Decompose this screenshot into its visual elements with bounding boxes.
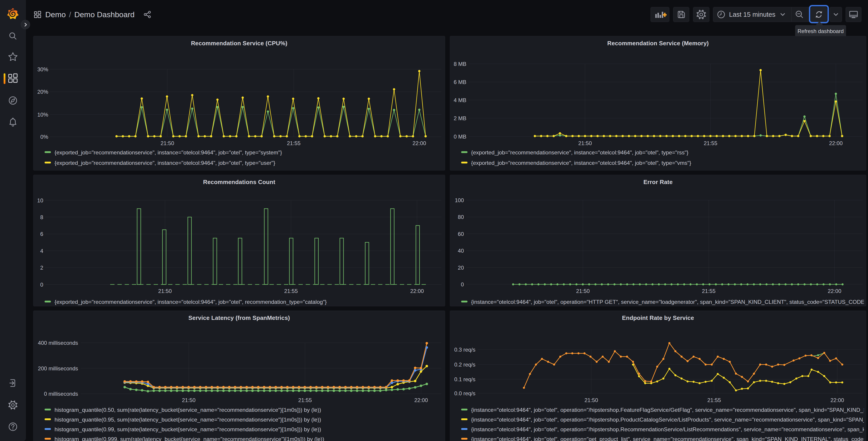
svg-text:8 MB: 8 MB [454, 61, 466, 67]
svg-text:0 milliseconds: 0 milliseconds [44, 391, 78, 397]
svg-text:21:50: 21:50 [585, 397, 598, 403]
svg-text:10%: 10% [37, 112, 48, 118]
svg-text:0.2 req/s: 0.2 req/s [454, 361, 475, 368]
svg-text:0 MB: 0 MB [454, 134, 466, 140]
svg-text:21:55: 21:55 [707, 397, 721, 403]
svg-text:8: 8 [40, 214, 43, 220]
svg-text:22:00: 22:00 [828, 288, 841, 294]
svg-text:10: 10 [37, 198, 43, 204]
svg-text:22:00: 22:00 [829, 140, 843, 146]
svg-text:0: 0 [461, 282, 464, 288]
svg-text:400 milliseconds: 400 milliseconds [38, 340, 78, 346]
svg-text:6 MB: 6 MB [454, 79, 466, 85]
svg-text:22:00: 22:00 [412, 140, 426, 146]
svg-text:20%: 20% [37, 89, 48, 95]
svg-text:0%: 0% [40, 134, 48, 140]
svg-text:21:55: 21:55 [298, 397, 312, 403]
svg-text:4: 4 [40, 248, 43, 254]
svg-text:40: 40 [458, 248, 464, 254]
svg-text:200 milliseconds: 200 milliseconds [38, 365, 78, 372]
svg-text:4 MB: 4 MB [454, 97, 466, 103]
svg-text:6: 6 [40, 231, 43, 237]
svg-text:21:55: 21:55 [704, 140, 717, 146]
svg-text:21:55: 21:55 [284, 288, 298, 294]
svg-text:0.3 req/s: 0.3 req/s [454, 347, 475, 353]
svg-text:0.1 req/s: 0.1 req/s [454, 376, 475, 382]
svg-text:100: 100 [455, 197, 464, 203]
svg-text:21:50: 21:50 [576, 288, 590, 294]
svg-text:21:50: 21:50 [578, 140, 592, 146]
svg-text:80: 80 [458, 214, 464, 220]
svg-text:21:55: 21:55 [287, 140, 301, 146]
svg-text:22:00: 22:00 [831, 397, 844, 403]
svg-text:22:00: 22:00 [410, 288, 424, 294]
svg-text:21:50: 21:50 [160, 140, 174, 146]
svg-text:0: 0 [40, 282, 43, 288]
svg-text:2 MB: 2 MB [454, 115, 466, 121]
svg-text:2: 2 [40, 265, 43, 271]
svg-text:20: 20 [458, 265, 464, 271]
svg-text:30%: 30% [37, 66, 48, 72]
svg-text:22:00: 22:00 [414, 397, 428, 403]
svg-text:60: 60 [458, 231, 464, 237]
svg-text:0.0 req/s: 0.0 req/s [454, 390, 475, 396]
svg-text:21:50: 21:50 [158, 288, 172, 294]
svg-text:21:55: 21:55 [702, 288, 715, 294]
svg-text:21:50: 21:50 [182, 397, 195, 403]
